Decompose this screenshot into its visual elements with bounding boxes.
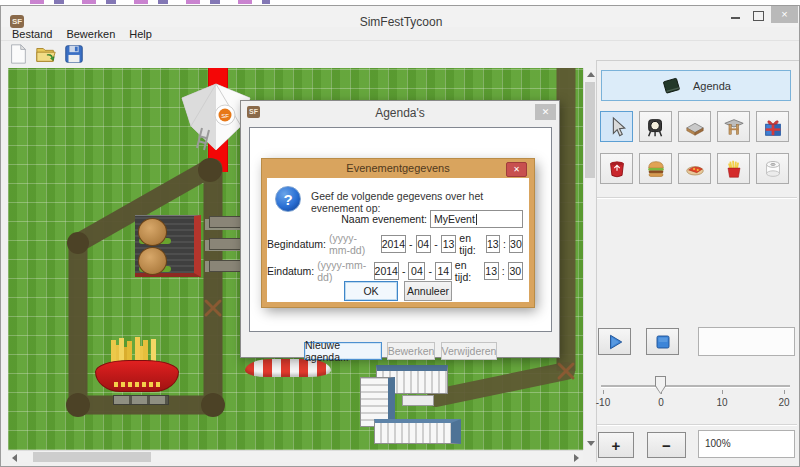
- question-icon: ?: [275, 186, 301, 212]
- begin-time-label: en tijd:: [459, 232, 482, 256]
- sidebar-separator-top: [597, 197, 797, 199]
- begin-month-input[interactable]: 04: [416, 235, 432, 253]
- new-agenda-button[interactable]: Nieuwe agenda...: [304, 342, 382, 360]
- end-year-input[interactable]: 2014: [374, 262, 399, 280]
- open-file-button[interactable]: [34, 42, 58, 65]
- menu-bewerken[interactable]: Bewerken: [60, 27, 121, 40]
- ok-button[interactable]: OK: [344, 281, 398, 301]
- map-vertical-scrollbar[interactable]: [583, 68, 595, 450]
- dash-sep: -: [428, 265, 432, 277]
- event-dialog-title: Evenementgegevens: [267, 159, 529, 178]
- tool-toilet-roll[interactable]: [756, 153, 789, 184]
- tool-stage[interactable]: [678, 111, 711, 142]
- agenda-button[interactable]: Agenda: [601, 70, 791, 101]
- map-horizontal-scrollbar[interactable]: [8, 450, 583, 462]
- hscroll-thumb[interactable]: [33, 452, 151, 462]
- zoom-out-button[interactable]: −: [647, 432, 686, 458]
- tick-20: [784, 390, 785, 394]
- begin-format-hint: (yyyy-mm-dd): [329, 232, 378, 256]
- slider-label-0: 0: [658, 397, 664, 408]
- dash-sep: -: [402, 265, 406, 277]
- begin-minute-input[interactable]: 30: [509, 235, 523, 253]
- end-day-input[interactable]: 14: [435, 262, 452, 280]
- stop-icon: [654, 333, 672, 351]
- scroll-up-icon[interactable]: [587, 72, 595, 77]
- menu-bestand[interactable]: Bestand: [6, 27, 58, 40]
- begin-hour-input[interactable]: 13: [486, 235, 500, 253]
- tick--10: [603, 390, 604, 394]
- new-document-button[interactable]: [6, 42, 30, 65]
- spotlight-icon: [645, 116, 667, 138]
- scroll-down-icon[interactable]: [587, 441, 595, 446]
- slider-label-10: 10: [716, 397, 727, 408]
- maximize-button[interactable]: [748, 8, 767, 22]
- svg-text:SF: SF: [221, 113, 229, 119]
- zoom-level-box[interactable]: 100%: [698, 430, 795, 458]
- burger-stand: [135, 215, 201, 277]
- agendas-close-button[interactable]: ✕: [535, 104, 556, 120]
- cursor-icon: [607, 116, 627, 138]
- dash-sep: -: [409, 238, 413, 250]
- delete-agenda-button[interactable]: Verwijderen: [441, 342, 497, 360]
- end-format-hint: (yyyy-mm-dd): [317, 259, 370, 283]
- edit-agenda-button[interactable]: Bewerken: [387, 342, 435, 360]
- event-name-input[interactable]: MyEvent: [430, 210, 523, 228]
- scroll-left-icon[interactable]: [12, 454, 17, 462]
- begin-label: Begindatum:: [267, 238, 326, 250]
- begin-year-input[interactable]: 2014: [381, 235, 406, 253]
- end-time-label: en tijd:: [455, 259, 481, 283]
- event-dialog: Evenementgegevens ✕ ? Geef de volgende g…: [262, 159, 534, 307]
- tool-select-cursor[interactable]: [600, 111, 633, 142]
- new-document-icon: [7, 43, 29, 65]
- close-button[interactable]: ×: [771, 6, 798, 23]
- agenda-book-icon: [661, 77, 683, 95]
- status-display-box: [698, 327, 795, 356]
- end-month-input[interactable]: 04: [408, 262, 425, 280]
- agendas-dialog-title: Agenda's: [241, 106, 559, 120]
- menu-help[interactable]: Help: [123, 27, 158, 40]
- colon-sep: :: [502, 265, 505, 277]
- trash-bin-icon: [606, 158, 628, 180]
- text-caret: [476, 214, 477, 225]
- background-window-text: [30, 0, 270, 4]
- event-close-button[interactable]: ✕: [506, 162, 527, 177]
- gate-icon: [723, 116, 745, 138]
- vscroll-thumb[interactable]: [585, 82, 595, 178]
- slider-label--10: -10: [596, 397, 610, 408]
- stage-icon: [684, 116, 706, 138]
- open-folder-icon: [35, 43, 57, 65]
- end-minute-input[interactable]: 30: [508, 262, 523, 280]
- slider-label-20: 20: [778, 397, 789, 408]
- toilet-containers: [360, 363, 454, 441]
- begin-day-input[interactable]: 13: [441, 235, 457, 253]
- scroll-right-icon[interactable]: [574, 454, 579, 462]
- end-date-row: Eindatum: (yyyy-mm-dd) 2014 - 04 - 14 en…: [267, 259, 523, 283]
- save-floppy-icon: [63, 43, 85, 65]
- end-label: Eindatum:: [267, 265, 314, 277]
- agenda-button-label: Agenda: [693, 80, 731, 92]
- speed-slider-track[interactable]: [601, 385, 790, 388]
- pizza-icon: [684, 158, 706, 180]
- window-titlebar[interactable]: SF SimFestTycoon: [1, 6, 799, 27]
- name-label: Naam evenement:: [341, 213, 427, 225]
- hamburger-icon: [645, 158, 667, 180]
- name-row: Naam evenement: MyEvent: [267, 210, 523, 228]
- tool-spotlight[interactable]: [639, 111, 672, 142]
- cancel-button[interactable]: Annuleer: [404, 281, 452, 301]
- play-button[interactable]: [598, 328, 631, 355]
- fries-icon: [723, 158, 745, 180]
- stop-button[interactable]: [646, 328, 679, 355]
- tool-hamburger[interactable]: [639, 153, 672, 184]
- tool-gate[interactable]: [717, 111, 750, 142]
- tool-gift[interactable]: [756, 111, 789, 142]
- fries-stand: [95, 336, 177, 394]
- zoom-in-button[interactable]: +: [598, 432, 634, 458]
- minimize-button[interactable]: [726, 8, 745, 22]
- sidebar-separator-bottom: [597, 424, 797, 426]
- tool-fries[interactable]: [717, 153, 750, 184]
- tool-trash-bin[interactable]: [600, 153, 633, 184]
- minimize-icon: [731, 17, 740, 19]
- end-hour-input[interactable]: 13: [484, 262, 499, 280]
- tool-pizza[interactable]: [678, 153, 711, 184]
- save-button[interactable]: [62, 42, 86, 65]
